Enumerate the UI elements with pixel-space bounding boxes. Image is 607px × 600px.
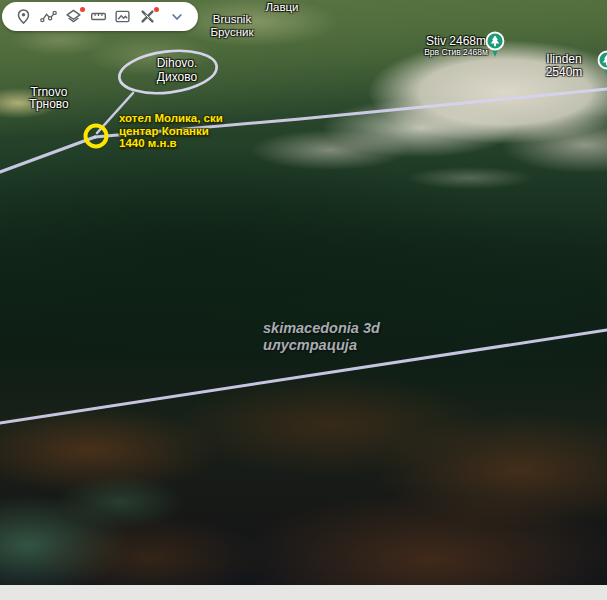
photo-overlay-icon [114,8,131,25]
hotel-annotation-line1: хотел Молика, ски [119,112,223,125]
app-window: Лавци Brusnik Брусник Dihovo. Дихово Trn… [0,0,607,600]
place-label-dihovo-latin: Dihovo. [141,56,213,70]
place-label-dihovo-cyrillic: Дихово [141,70,213,84]
peak-label-stiv-title: Stiv 2468m [420,35,492,48]
peak-label-ilinden[interactable]: Ilinden 2540m [528,53,600,78]
park-marker-ilinden[interactable] [596,50,607,78]
photo-overlay-button[interactable] [110,2,135,31]
place-label-brusnik-latin: Brusnik [203,13,261,26]
park-marker-stiv[interactable] [484,31,506,59]
park-tree-icon [484,31,506,59]
ruler-icon [90,8,107,25]
place-label-trnovo-cyrillic: Трново [20,98,78,110]
window-bottom-strip [0,585,607,600]
path-icon [40,8,57,25]
chevron-down-icon [169,9,185,25]
place-label-dihovo[interactable]: Dihovo. Дихово [141,56,213,84]
add-path-button[interactable] [36,2,61,31]
watermark: skimacedonia 3d илустрација [263,320,380,353]
satellite-terrain [0,0,607,585]
placemark-icon [15,8,32,25]
park-tree-icon [596,50,607,78]
place-label-trnovo[interactable]: Trnovo Трново [20,86,78,110]
hotel-annotation-line2: центар Копанки [119,125,223,138]
hotel-annotation-line3: 1440 м.н.в [119,137,223,150]
hotel-molika-annotation: хотел Молика, ски центар Копанки 1440 м.… [119,112,223,150]
drawing-tools-button[interactable] [135,2,160,31]
place-label-brusnik-cyrillic: Брусник [203,26,261,39]
notification-badge [154,7,159,12]
place-label-lavci[interactable]: Лавци [262,1,302,14]
polygon-icon [65,8,82,25]
add-placemark-button[interactable] [11,2,36,31]
peak-label-stiv-subtitle: Врв Стив 2468м [420,48,492,57]
place-label-brusnik[interactable]: Brusnik Брусник [203,13,261,38]
notification-badge [80,7,85,12]
watermark-line1: skimacedonia 3d [263,320,380,337]
collapse-toolbar-button[interactable] [164,2,189,31]
watermark-line2: илустрација [263,337,380,354]
peak-label-stiv[interactable]: Stiv 2468m Врв Стив 2468м [420,35,492,57]
map-canvas[interactable]: Лавци Brusnik Брусник Dihovo. Дихово Trn… [0,0,607,585]
drawing-toolbar [2,2,198,31]
add-polygon-button[interactable] [61,2,86,31]
measure-button[interactable] [86,2,111,31]
